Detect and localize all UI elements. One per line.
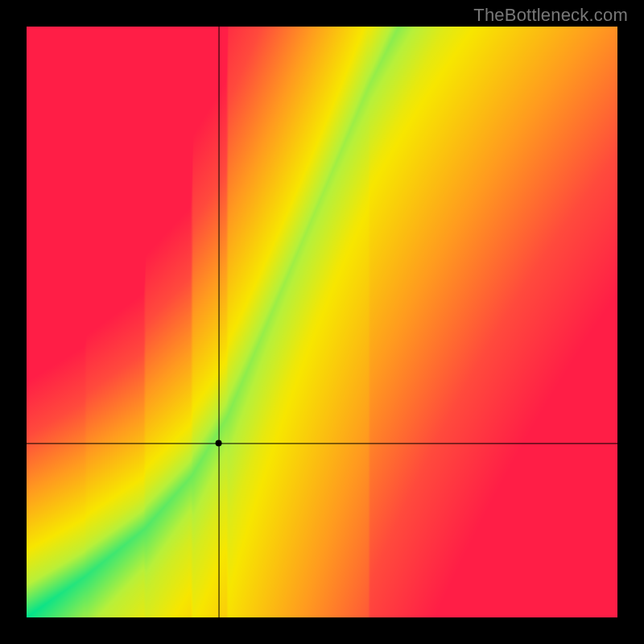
watermark-text: TheBottleneck.com [473, 5, 628, 26]
bottleneck-heatmap [27, 27, 617, 617]
chart-frame: TheBottleneck.com [0, 0, 644, 644]
